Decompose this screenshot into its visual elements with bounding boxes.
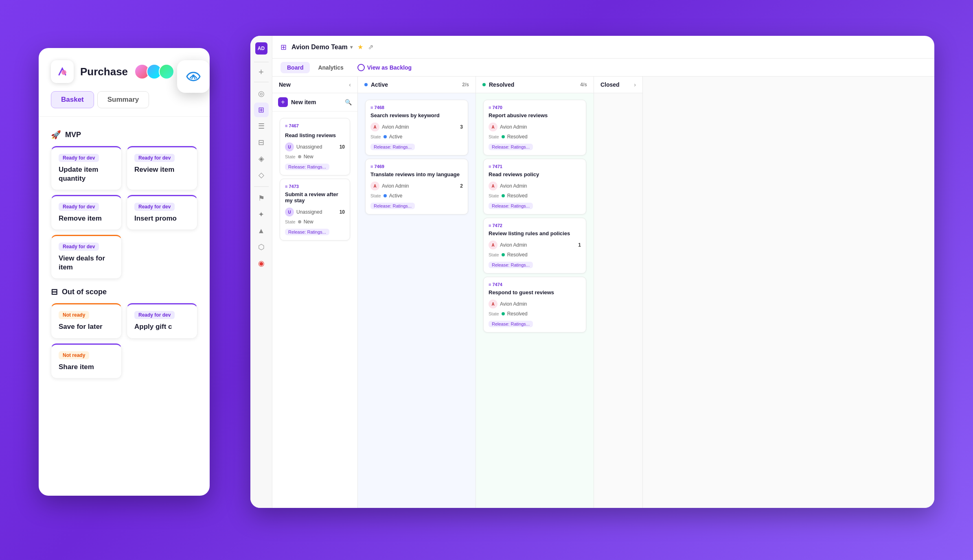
tab-basket[interactable]: Basket xyxy=(51,91,94,108)
sidebar-icon-flag[interactable]: ⚑ xyxy=(254,191,269,206)
sidebar-icon-settings[interactable]: ◈ xyxy=(254,151,269,166)
state-dot-6 xyxy=(502,194,505,197)
card-7473-text: Submit a review after my stay xyxy=(285,191,345,203)
card-7467[interactable]: ≡ 7467 Read listing reviews U Unassigned… xyxy=(280,118,350,175)
card-7472-state: State Resolved xyxy=(489,252,581,258)
card-7471-assignee: A Avion Admin xyxy=(489,182,581,190)
col-new-title: New xyxy=(279,81,291,88)
card-7471-assignee-name: Avion Admin xyxy=(500,183,527,189)
card-7473-assignee-name: Unassigned xyxy=(296,209,322,215)
card-title-7: Apply gift c xyxy=(134,322,190,331)
nav-board[interactable]: Board xyxy=(281,62,310,73)
col-closed-title: Closed xyxy=(600,81,620,88)
sidebar-add-btn[interactable]: + xyxy=(256,66,267,78)
card-7469-state: State Active xyxy=(370,193,463,199)
oos-cards-grid: Not ready Save for later Ready for dev A… xyxy=(51,303,197,378)
nav-analytics[interactable]: Analytics xyxy=(311,62,350,73)
view-as-backlog[interactable]: View as Backlog xyxy=(352,61,417,74)
state-dot-1 xyxy=(298,155,301,158)
state-value-8: Resolved xyxy=(507,311,528,317)
card-7470[interactable]: ≡ 7470 Report abusive reviews A Avion Ad… xyxy=(483,100,586,155)
sidebar-icon-diamond[interactable]: ◇ xyxy=(254,168,269,182)
star-icon[interactable]: ★ xyxy=(357,43,363,51)
svg-point-1 xyxy=(61,70,66,75)
mvp-cards-grid: Ready for dev Update item quantity Ready… xyxy=(51,146,197,279)
card-7472[interactable]: ≡ 7472 Review listing rules and policies… xyxy=(483,218,586,273)
sidebar-icon-star[interactable]: ✦ xyxy=(254,207,269,222)
badge-ready-3: Ready for dev xyxy=(59,203,99,211)
rp-topbar: ⊞ Avion Demo Team ▾ ★ ⇗ xyxy=(272,36,934,59)
card-7472-assignee-name: Avion Admin xyxy=(500,242,527,248)
sidebar-divider-2 xyxy=(254,82,269,82)
card-7470-state: State Resolved xyxy=(489,134,581,140)
sidebar-icon-triangle[interactable]: ▲ xyxy=(254,223,269,238)
state-label-7: State xyxy=(489,252,499,257)
title-row: Purchase xyxy=(51,60,197,83)
resolved-count: 4/s xyxy=(580,82,587,88)
card-view-deals: Ready for dev View deals for item xyxy=(51,235,122,279)
card-7468[interactable]: ≡ 7468 Search reviews by keyword A Avion… xyxy=(365,100,468,155)
sidebar-icon-minus[interactable]: ⊟ xyxy=(254,135,269,150)
state-label-5: State xyxy=(489,134,499,139)
search-icon[interactable]: 🔍 xyxy=(345,99,352,105)
card-7474[interactable]: ≡ 7474 Respond to guest reviews A Avion … xyxy=(483,277,586,332)
state-dot-5 xyxy=(502,135,505,138)
sidebar-icon-target[interactable]: ◎ xyxy=(254,86,269,101)
release-tag-2: Release: Ratings... xyxy=(285,229,329,235)
state-label-3: State xyxy=(370,134,381,139)
card-7469-assignee-name: Avion Admin xyxy=(382,183,409,189)
card-7471[interactable]: ≡ 7471 Read reviews policy A Avion Admin… xyxy=(483,159,586,214)
card-7467-meta: U Unassigned 10 xyxy=(285,142,345,151)
state-dot-8 xyxy=(502,312,505,315)
card-7469-meta: A Avion Admin 2 xyxy=(370,182,463,190)
card-share-item: Not ready Share item xyxy=(51,343,122,378)
card-7474-assignee-name: Avion Admin xyxy=(500,301,527,307)
sidebar-icon-grid[interactable]: ⊞ xyxy=(254,103,269,117)
col-active-cards: ≡ 7468 Search reviews by keyword A Avion… xyxy=(358,93,476,508)
card-7470-id: ≡ 7470 xyxy=(489,105,581,110)
col-closed: Closed › xyxy=(594,77,643,508)
team-name-area[interactable]: Avion Demo Team ▾ xyxy=(291,44,353,51)
main-container: Purchase Basket Summary 🚀 MVP Ready f xyxy=(39,36,934,524)
card-7472-count: 1 xyxy=(578,242,581,248)
sidebar-icon-list[interactable]: ☰ xyxy=(254,119,269,133)
col-resolved-header: Resolved 4/s xyxy=(476,77,594,93)
card-insert-promo: Ready for dev Insert promo xyxy=(127,195,197,230)
card-7474-state: State Resolved xyxy=(489,311,581,317)
card-7469-id: ≡ 7469 xyxy=(370,164,463,169)
app-logo xyxy=(51,60,74,83)
release-tag-6: Release: Ratings... xyxy=(489,203,533,209)
col-new-collapse[interactable]: ‹ xyxy=(349,81,351,88)
release-tag-1: Release: Ratings... xyxy=(285,164,329,170)
badge-ready-1: Ready for dev xyxy=(59,154,99,162)
card-7470-text: Report abusive reviews xyxy=(489,112,581,118)
col-new-cards: ≡ 7467 Read listing reviews U Unassigned… xyxy=(272,112,357,508)
sidebar-icon-hex[interactable]: ⬡ xyxy=(254,240,269,254)
card-title-8: Share item xyxy=(59,363,114,372)
tab-bar: Basket Summary xyxy=(51,91,197,108)
tab-summary[interactable]: Summary xyxy=(97,91,149,108)
active-count: 2/s xyxy=(462,82,469,88)
card-7471-avatar: A xyxy=(489,182,497,190)
board-extra-space xyxy=(643,77,934,508)
col-resolved-cards: ≡ 7470 Report abusive reviews A Avion Ad… xyxy=(476,93,594,508)
sidebar-icon-circle[interactable]: ◉ xyxy=(254,256,269,271)
card-7473[interactable]: ≡ 7473 Submit a review after my stay U U… xyxy=(280,179,350,241)
view-as-backlog-text: View as Backlog xyxy=(367,64,412,71)
card-7471-state: State Resolved xyxy=(489,193,581,199)
sidebar-divider-1 xyxy=(254,62,269,62)
link-icon[interactable]: ⇗ xyxy=(368,43,373,51)
mvp-title: MVP xyxy=(65,131,81,139)
card-7473-state: State New xyxy=(285,219,345,225)
right-panel: AD + ◎ ⊞ ☰ ⊟ ◈ ◇ ⚑ ✦ ▲ ⬡ ◉ ⊞ Avion Demo … xyxy=(250,36,934,508)
col-new-header: New ‹ xyxy=(272,77,357,93)
card-7472-text: Review listing rules and policies xyxy=(489,230,581,236)
col-closed-collapse[interactable]: › xyxy=(634,81,636,88)
release-tag-4: Release: Ratings... xyxy=(370,203,415,209)
card-7473-id: ≡ 7473 xyxy=(285,184,345,189)
card-7469[interactable]: ≡ 7469 Translate reviews into my languag… xyxy=(365,159,468,214)
resolved-dot xyxy=(482,83,486,86)
card-7472-id: ≡ 7472 xyxy=(489,223,581,228)
new-item-button[interactable]: + New item 🔍 xyxy=(272,93,357,112)
state-label-4: State xyxy=(370,193,381,198)
